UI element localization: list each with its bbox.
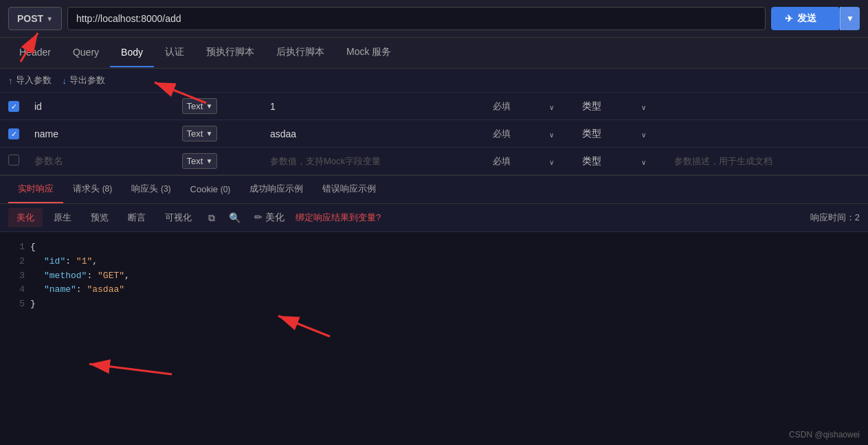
- type-chevron2-cell-1: ∨: [634, 93, 667, 120]
- export-icon: ↓: [63, 76, 67, 86]
- type-label-2: Text: [187, 128, 203, 139]
- response-tab-success[interactable]: 成功响应示例: [240, 176, 313, 203]
- param-value-name: asdaa: [263, 120, 486, 148]
- success-label: 成功响应示例: [249, 183, 303, 194]
- line-num-5: 5: [11, 297, 25, 312]
- type-chevron-cell-2: ∨: [542, 120, 575, 148]
- type-text-placeholder: 类型: [582, 155, 601, 166]
- method-button[interactable]: POST ▼: [8, 7, 62, 30]
- response-tab-request-header[interactable]: 请求头 (8): [63, 176, 122, 203]
- line-num-1: 1: [11, 240, 25, 255]
- code-content-5: }: [30, 297, 36, 312]
- code-content-2: "id": "1",: [30, 255, 98, 269]
- send-dropdown-button[interactable]: ▼: [840, 7, 860, 30]
- type-chevron-cell-placeholder: ∨: [542, 148, 575, 175]
- response-tab-realtime[interactable]: 实时响应: [8, 176, 63, 203]
- view-preview[interactable]: 预览: [82, 208, 117, 227]
- tabs-bar: Header Query Body 认证 预执行脚本 后执行脚本 Mock 服务: [0, 38, 868, 69]
- realtime-label: 实时响应: [18, 183, 54, 194]
- method-dropdown-arrow: ▼: [46, 15, 53, 23]
- error-label: 错误响应示例: [322, 183, 376, 194]
- export-params-button[interactable]: ↓ 导出参数: [63, 74, 106, 87]
- tab-auth[interactable]: 认证: [154, 38, 195, 68]
- export-label: 导出参数: [69, 74, 105, 87]
- type-arrow-2: ▼: [205, 130, 212, 137]
- code-line-1: 1 {: [11, 240, 857, 255]
- type-arrow-1: ▼: [205, 102, 212, 110]
- send-label: 发送: [797, 12, 816, 25]
- url-bar: POST ▼ ✈ 发送 ▼: [0, 0, 868, 38]
- type-select-2[interactable]: Text ▼: [182, 126, 218, 141]
- type-text-cell-1: 类型: [575, 93, 634, 120]
- beautify-button[interactable]: ✏ 美化: [249, 208, 290, 227]
- main-container: POST ▼ ✈ 发送 ▼ Header Query Body 认证 预执: [0, 0, 868, 445]
- type-text-cell-placeholder: 类型: [575, 148, 634, 175]
- tab-post-script[interactable]: 后执行脚本: [265, 38, 335, 68]
- response-tab-cookie[interactable]: Cookie (0): [181, 177, 241, 203]
- param-name-id: id: [27, 93, 175, 120]
- request-header-label: 请求头: [73, 183, 100, 194]
- required-label-1: 必填: [493, 101, 511, 111]
- checkbox-1[interactable]: ✓: [8, 101, 19, 112]
- send-wrapper: ✈ 发送 ▼: [771, 7, 860, 30]
- copy-button[interactable]: ⧉: [203, 209, 221, 227]
- type-chevron-cell-1: ∨: [542, 93, 575, 120]
- line-num-3: 3: [11, 269, 25, 284]
- view-beautify[interactable]: 美化: [8, 208, 43, 227]
- type-select-placeholder[interactable]: Text ▼: [182, 153, 218, 169]
- param-value-id: 1: [263, 93, 486, 120]
- param-value-text: 1: [270, 101, 276, 112]
- tab-body[interactable]: Body: [110, 38, 154, 67]
- tab-mock[interactable]: Mock 服务: [335, 38, 402, 68]
- tab-pre-script[interactable]: 预执行脚本: [195, 38, 265, 68]
- code-line-2: 2 "id": "1",: [11, 255, 857, 269]
- param-type-cell-1: Text ▼: [175, 93, 263, 120]
- view-visualize[interactable]: 可视化: [157, 208, 200, 227]
- params-table: ✓ id Text ▼ 1 必填 ∨: [0, 93, 868, 175]
- import-icon: ↑: [8, 76, 13, 86]
- send-icon: ✈: [785, 13, 793, 24]
- table-row: ✓ name Text ▼ asdaa 必填 ∨: [0, 120, 868, 148]
- beautify-label: 美化: [265, 212, 285, 223]
- param-type-cell-placeholder: Text ▼: [175, 148, 263, 175]
- required-label-placeholder: 必填: [493, 156, 511, 166]
- code-content-4: "name": "asdaa": [30, 283, 124, 297]
- code-content-3: "method": "GET",: [30, 269, 130, 284]
- view-raw[interactable]: 原生: [45, 208, 80, 227]
- url-input[interactable]: [67, 7, 766, 30]
- view-assert[interactable]: 断言: [120, 208, 154, 227]
- checkbox-placeholder: [8, 155, 19, 166]
- type-chevron2-cell-2: ∨: [634, 120, 667, 148]
- line-num-4: 4: [11, 283, 25, 297]
- type-text-2: 类型: [582, 128, 601, 139]
- cookie-badge: (0): [221, 185, 231, 194]
- response-tab-error[interactable]: 错误响应示例: [313, 176, 386, 203]
- tab-header[interactable]: Header: [8, 38, 62, 67]
- code-line-4: 4 "name": "asdaa": [11, 283, 857, 297]
- bind-variable-link[interactable]: 绑定响应结果到变量?: [296, 212, 381, 224]
- response-tab-response-header[interactable]: 响应头 (3): [122, 176, 180, 203]
- param-value-placeholder: 参数值，支持Mock字段变量: [270, 156, 381, 166]
- search-icon: 🔍: [229, 212, 241, 223]
- table-row-placeholder: 参数名 Text ▼ 参数值，支持Mock字段变量 必填 ∨: [0, 148, 868, 175]
- send-button[interactable]: ✈ 发送: [771, 7, 840, 30]
- method-label: POST: [17, 13, 43, 24]
- required-label-2: 必填: [493, 128, 511, 139]
- type-chevron2-2: ∨: [641, 131, 646, 139]
- type-select-1[interactable]: Text ▼: [182, 98, 218, 114]
- code-content-1: {: [30, 240, 36, 255]
- code-line-5: 5 }: [11, 297, 857, 312]
- required-chevron-2: ∨: [549, 131, 554, 139]
- import-label: 导入参数: [16, 74, 52, 87]
- import-params-button[interactable]: ↑ 导入参数: [8, 74, 52, 87]
- checkbox-cell-2: ✓: [0, 120, 27, 148]
- search-button[interactable]: 🔍: [223, 209, 246, 227]
- csdn-footer: CSDN @qishaowei: [789, 430, 860, 440]
- param-value-placeholder-cell: 参数值，支持Mock字段变量: [263, 148, 486, 175]
- tab-query[interactable]: Query: [62, 38, 110, 67]
- checkbox-cell-placeholder: [0, 148, 27, 175]
- table-row: ✓ id Text ▼ 1 必填 ∨: [0, 93, 868, 120]
- required-cell-2: 必填: [486, 120, 542, 148]
- response-time: 响应时间：2: [810, 212, 860, 224]
- checkbox-2[interactable]: ✓: [8, 128, 19, 139]
